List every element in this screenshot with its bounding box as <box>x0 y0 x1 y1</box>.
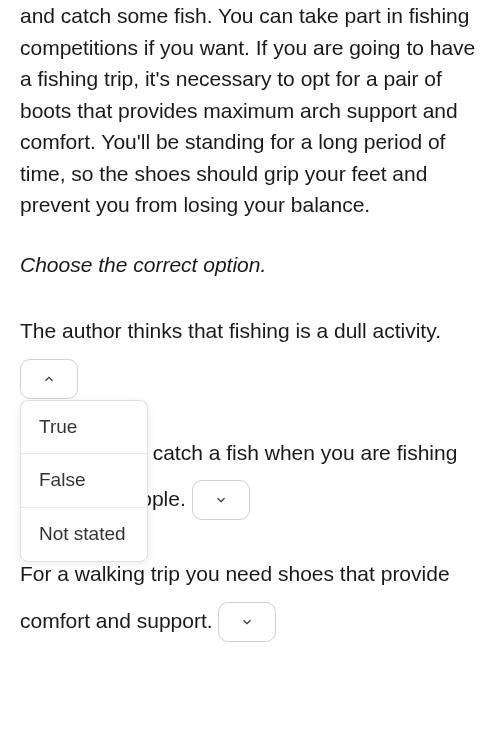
chevron-up-icon <box>42 372 56 386</box>
question-1-dropdown-menu: True False Not stated <box>20 400 148 562</box>
dropdown-option-true[interactable]: True <box>21 401 147 455</box>
question-1: The author thinks that fishing is a dull… <box>20 308 480 402</box>
question-2-dropdown-toggle[interactable] <box>192 480 250 520</box>
question-1-text: The author thinks that fishing is a dull… <box>20 319 441 342</box>
instruction-text: Choose the correct option. <box>20 249 480 281</box>
chevron-down-icon <box>214 493 228 507</box>
question-1-dropdown-toggle[interactable] <box>20 359 78 399</box>
chevron-down-icon <box>240 615 254 629</box>
dropdown-option-false[interactable]: False <box>21 454 147 508</box>
passage-text: and catch some fish. You can take part i… <box>20 0 480 221</box>
question-3: For a walking trip you need shoes that p… <box>20 551 480 645</box>
question-3-dropdown-toggle[interactable] <box>218 602 276 642</box>
dropdown-option-not-stated[interactable]: Not stated <box>21 508 147 561</box>
